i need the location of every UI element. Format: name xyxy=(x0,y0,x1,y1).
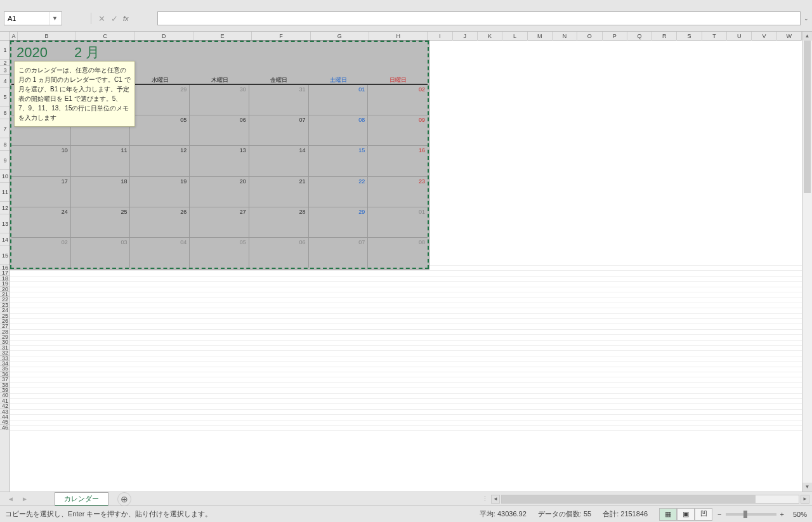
calendar-day-cell[interactable]: 09 xyxy=(368,115,428,145)
calendar-day-cell[interactable]: 06 xyxy=(249,238,309,268)
calendar-day-cell[interactable]: 30 xyxy=(190,85,249,115)
calendar-day-cell[interactable]: 19 xyxy=(130,177,190,207)
calendar-day-cell[interactable]: 10 xyxy=(11,146,71,176)
row-header-11[interactable]: 11 xyxy=(0,183,10,202)
formula-input-wrap[interactable] xyxy=(157,11,801,25)
calendar-day-cell[interactable]: 20 xyxy=(190,177,249,207)
zoom-in-icon[interactable]: + xyxy=(780,511,784,518)
row-headers[interactable]: 1234567891011121314151617181920212223242… xyxy=(0,41,10,492)
sheet-tab-active[interactable]: カレンダー xyxy=(55,492,108,506)
row-header-4[interactable]: 4 xyxy=(0,75,10,88)
calendar-day-cell[interactable]: 14 xyxy=(249,146,309,176)
col-header-H[interactable]: H xyxy=(369,32,428,41)
sheet-prev-icon[interactable]: ◄ xyxy=(8,495,14,502)
zoom-slider[interactable] xyxy=(726,513,776,516)
add-sheet-icon[interactable]: ⊕ xyxy=(117,492,131,506)
row-header-5[interactable]: 5 xyxy=(0,88,10,107)
formula-expand-icon[interactable]: ⌄ xyxy=(802,11,811,25)
row-header-15[interactable]: 15 xyxy=(0,246,10,265)
calendar-day-cell[interactable]: 29 xyxy=(309,207,369,237)
calendar-day-cell[interactable]: 27 xyxy=(190,207,249,237)
row-header-6[interactable]: 6 xyxy=(0,107,10,119)
fx-label[interactable]: fx xyxy=(123,15,129,22)
row-header-46[interactable]: 46 xyxy=(0,425,10,430)
calendar-day-cell[interactable]: 01 xyxy=(309,85,369,115)
selection-marching-ants[interactable]: 2020 2 月 月曜日火曜日水曜日木曜日金曜日土曜日日曜日 272829303… xyxy=(10,41,429,269)
col-header-C[interactable]: C xyxy=(76,32,134,41)
calendar-day-cell[interactable]: 05 xyxy=(190,238,249,268)
row-header-3[interactable]: 3 xyxy=(0,66,10,75)
row-header-8[interactable]: 8 xyxy=(0,138,10,151)
col-header-T[interactable]: T xyxy=(702,32,727,41)
col-header-J[interactable]: J xyxy=(453,32,478,41)
name-box-dropdown-icon[interactable]: ▼ xyxy=(49,12,60,25)
col-header-N[interactable]: N xyxy=(553,32,577,41)
col-header-B[interactable]: B xyxy=(18,32,76,41)
calendar-day-cell[interactable]: 08 xyxy=(309,115,369,145)
col-header-R[interactable]: R xyxy=(652,32,677,41)
col-header-U[interactable]: U xyxy=(727,32,752,41)
calendar-day-cell[interactable]: 23 xyxy=(368,177,428,207)
row-header-7[interactable]: 7 xyxy=(0,119,10,138)
formula-input[interactable] xyxy=(158,12,800,25)
col-header-A[interactable]: A xyxy=(10,32,18,41)
name-box-input[interactable] xyxy=(4,13,49,23)
calendar-day-cell[interactable]: 05 xyxy=(130,115,190,145)
calendar-day-cell[interactable]: 11 xyxy=(71,146,131,176)
hscroll-left-icon[interactable]: ◄ xyxy=(491,495,500,504)
cancel-icon[interactable]: ✕ xyxy=(95,14,108,23)
worksheet-grid[interactable]: ABCDEFGHIJKLMNOPQRSTUVW 1234567891011121… xyxy=(0,32,812,492)
col-header-K[interactable]: K xyxy=(478,32,502,41)
calendar-day-cell[interactable]: 24 xyxy=(11,207,71,237)
calendar-day-cell[interactable]: 16 xyxy=(368,146,428,176)
row-header-14[interactable]: 14 xyxy=(0,233,10,246)
calendar-day-cell[interactable]: 25 xyxy=(71,207,131,237)
view-normal-icon[interactable]: ▦ xyxy=(659,508,677,521)
row-header-10[interactable]: 10 xyxy=(0,170,10,183)
col-header-G[interactable]: G xyxy=(311,32,369,41)
scroll-up-icon[interactable]: ▲ xyxy=(802,32,812,41)
col-header-M[interactable]: M xyxy=(528,32,553,41)
col-header-E[interactable]: E xyxy=(193,32,252,41)
horizontal-scroll-thumb[interactable] xyxy=(502,495,756,503)
col-header-W[interactable]: W xyxy=(777,32,802,41)
col-header-O[interactable]: O xyxy=(577,32,602,41)
calendar-day-cell[interactable]: 02 xyxy=(368,85,428,115)
calendar-day-cell[interactable]: 29 xyxy=(130,85,190,115)
row-header-12[interactable]: 12 xyxy=(0,202,10,214)
zoom-out-icon[interactable]: − xyxy=(717,511,721,518)
row-header-9[interactable]: 9 xyxy=(0,151,10,170)
calendar-day-cell[interactable]: 04 xyxy=(130,238,190,268)
calendar-day-cell[interactable]: 22 xyxy=(309,177,369,207)
view-page-break-icon[interactable]: 凹 xyxy=(695,508,712,521)
sheet-bar-splitter[interactable]: ⋮ xyxy=(481,495,488,503)
calendar-day-cell[interactable]: 28 xyxy=(249,207,309,237)
enter-icon[interactable]: ✓ xyxy=(108,14,121,23)
calendar-day-cell[interactable]: 06 xyxy=(190,115,249,145)
row-header-1[interactable]: 1 xyxy=(0,41,10,60)
calendar-day-cell[interactable]: 03 xyxy=(71,238,131,268)
scroll-down-icon[interactable]: ▼ xyxy=(802,483,812,492)
row-header-2[interactable]: 2 xyxy=(0,60,10,66)
calendar-day-cell[interactable]: 07 xyxy=(309,238,369,268)
calendar-day-cell[interactable]: 15 xyxy=(309,146,369,176)
vertical-scroll-thumb[interactable] xyxy=(804,41,811,193)
col-header-F[interactable]: F xyxy=(252,32,310,41)
horizontal-scrollbar[interactable] xyxy=(501,495,799,504)
calendar-day-cell[interactable]: 18 xyxy=(71,177,131,207)
view-page-layout-icon[interactable]: ▣ xyxy=(677,508,695,521)
select-all-cells[interactable] xyxy=(0,32,10,41)
calendar-day-cell[interactable]: 02 xyxy=(11,238,71,268)
calendar-day-cell[interactable]: 17 xyxy=(11,177,71,207)
calendar-day-cell[interactable]: 01 xyxy=(368,207,428,237)
sheet-next-icon[interactable]: ► xyxy=(22,495,28,502)
col-header-Q[interactable]: Q xyxy=(627,32,652,41)
calendar-day-cell[interactable]: 08 xyxy=(368,238,428,268)
col-header-D[interactable]: D xyxy=(135,32,193,41)
calendar-day-cell[interactable]: 31 xyxy=(249,85,309,115)
zoom-thumb[interactable] xyxy=(743,511,747,518)
col-header-V[interactable]: V xyxy=(752,32,776,41)
col-header-P[interactable]: P xyxy=(603,32,627,41)
calendar-day-cell[interactable]: 07 xyxy=(249,115,309,145)
calendar-day-cell[interactable]: 13 xyxy=(190,146,249,176)
